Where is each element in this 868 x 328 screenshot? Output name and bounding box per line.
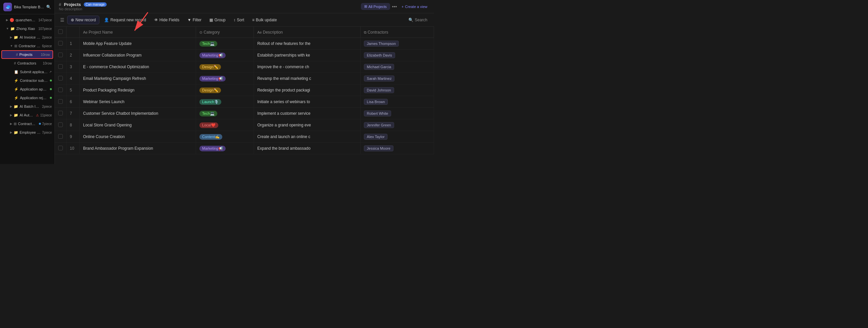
sidebar-item-label: Submit application …: [20, 70, 48, 74]
header-num-col: [66, 27, 80, 38]
category-badge: Launch🎙️: [199, 99, 221, 105]
sidebar-item-app-approval[interactable]: ⚡ Application approval…: [0, 85, 55, 93]
new-record-button[interactable]: ⊕ New record: [67, 16, 99, 24]
header-contractors: ⧉ Contractors: [360, 27, 434, 38]
row-description: Establish partnerships with ke: [254, 50, 361, 61]
search-button[interactable]: 🔍 Search: [406, 16, 430, 24]
row-checkbox[interactable]: [58, 87, 63, 92]
row-checkbox[interactable]: [58, 64, 63, 69]
category-badge: Design✏️: [199, 87, 221, 93]
table-row[interactable]: 8 Local Store Grand Opening Local❤️ Orga…: [55, 119, 434, 131]
create-view-button[interactable]: + Create a view: [399, 3, 430, 10]
sidebar-item-badge: 10row: [41, 53, 50, 57]
table-row[interactable]: 1 Mobile App Feature Update Tech💻 Rollou…: [55, 38, 434, 50]
row-checkbox-cell: [55, 73, 66, 84]
view-options-button[interactable]: •••: [392, 4, 397, 9]
row-checkbox[interactable]: [58, 146, 63, 151]
row-checkbox[interactable]: [58, 99, 63, 104]
category-badge: Marketing📢: [199, 53, 225, 58]
col-label: Project Name: [89, 30, 113, 35]
row-description: Rollout of new features for the: [254, 38, 361, 50]
table-row[interactable]: 4 Email Marketing Campaign Refresh Marke…: [55, 73, 434, 84]
new-record-label: New record: [75, 18, 96, 22]
page-title-row: # Projects Can manage: [59, 2, 358, 7]
sidebar-item-label: Application approval…: [20, 87, 49, 91]
automation-icon: ⚡: [14, 87, 19, 91]
sidebar-item-contractor-fre[interactable]: ▼ ⊞ Contractor / Fre… 6piece: [0, 42, 55, 50]
contractor-badge: Robert White: [364, 110, 391, 116]
expand-arrow-icon: ▶: [10, 122, 12, 126]
row-checkbox[interactable]: [58, 41, 63, 46]
table-row[interactable]: 7 Customer Service Chatbot Implementatio…: [55, 108, 434, 119]
hide-fields-label: Hide Fields: [159, 18, 180, 22]
sidebar-item-label: AI Batch Image …: [20, 105, 41, 108]
row-checkbox[interactable]: [58, 53, 63, 57]
row-contractor: Lisa Brown: [360, 96, 434, 108]
table-row[interactable]: 5 Product Packaging Redesign Design✏️ Re…: [55, 84, 434, 96]
row-project-name: Webinar Series Launch: [80, 96, 196, 108]
tab-label: All Projects: [369, 5, 387, 9]
sidebar-item-contractor-submits[interactable]: ⚡ Contractor submits a…: [0, 76, 55, 85]
automation-icon: ⚡: [14, 96, 19, 100]
table-row[interactable]: 10 Brand Ambassador Program Expansion Ma…: [55, 143, 434, 154]
table-row[interactable]: 3 E - commerce Checkout Optimization Des…: [55, 61, 434, 73]
sidebar-item-badge: 7piece: [42, 131, 52, 134]
row-num-cell: 8: [66, 119, 80, 131]
filter-label: Filter: [193, 18, 202, 22]
sidebar-toggle-icon[interactable]: ☰: [59, 16, 66, 24]
row-checkbox[interactable]: [58, 111, 63, 115]
sidebar-item-zhong-xiao[interactable]: ▼ 📁 Zhong Xiao 107piece: [0, 24, 55, 33]
table-row[interactable]: 9 Online Course Creation Content✍️ Creat…: [55, 131, 434, 143]
sidebar-item-badge: 147piece: [38, 18, 52, 22]
sidebar-item-quanzhenghe[interactable]: ▶ 🔴 quanzhenghe (… 147piece: [0, 16, 55, 24]
share-link-icon: ↗: [49, 70, 52, 74]
filter-icon: ▼: [187, 18, 191, 22]
filter-button[interactable]: ▼ Filter: [184, 16, 205, 24]
sidebar-search-icon[interactable]: 🔍: [46, 5, 51, 9]
row-description: Implement a customer service: [254, 108, 361, 119]
sidebar-item-label: Contractor / Fre…: [19, 44, 41, 48]
sidebar-item-contractor-dot[interactable]: ▶ ⊞ Contractor / … 7piece: [0, 119, 55, 128]
row-checkbox[interactable]: [58, 76, 63, 81]
sidebar-item-app-rejection[interactable]: ⚡ Application rejection …: [0, 93, 55, 102]
row-project-name: Customer Service Chatbot Implementation: [80, 108, 196, 119]
row-contractor: Elizabeth Davis: [360, 50, 434, 61]
row-num-cell: 5: [66, 84, 80, 96]
sort-button[interactable]: ↕ Sort: [230, 16, 248, 24]
plus-circle-icon: ⊕: [71, 18, 74, 22]
row-category: Design✏️: [196, 84, 254, 96]
header-checkbox-col: [55, 27, 66, 38]
sidebar-item-employee-train[interactable]: ▶ 📁 Employee trainin… 7piece: [0, 128, 55, 137]
share-icon: 📋: [14, 70, 19, 74]
hide-fields-button[interactable]: 👁 Hide Fields: [151, 16, 183, 24]
sidebar-item-projects[interactable]: # Projects 10row: [1, 50, 53, 59]
row-category: Marketing📢: [196, 143, 254, 154]
sidebar-item-ai-invoice[interactable]: ▶ 📁 AI Invoice Inform… 2piece: [0, 33, 55, 42]
sidebar-item-ai-automat[interactable]: ▶ 📁 AI Automat… ⚠ 11piece: [0, 111, 55, 119]
all-projects-tab[interactable]: ⊞ All Projects: [361, 3, 390, 10]
status-dot: [50, 88, 52, 90]
sort-label: Sort: [237, 18, 244, 22]
toolbar: ☰ ⊕ New record 👤 Request new record 👁 Hi…: [55, 13, 434, 27]
row-checkbox[interactable]: [58, 122, 63, 127]
sidebar-item-label: quanzhenghe (…: [16, 18, 37, 22]
grid-icon: ⊞: [14, 44, 17, 48]
category-badge: Tech💻: [199, 41, 217, 47]
sidebar-item-submit-app[interactable]: 📋 Submit application … ↗: [0, 67, 55, 76]
table-row[interactable]: 6 Webinar Series Launch Launch🎙️ Initiat…: [55, 96, 434, 108]
table-row[interactable]: 2 Influencer Collaboration Program Marke…: [55, 50, 434, 61]
expand-arrow-icon: ▶: [6, 18, 8, 22]
sidebar-item-contractors[interactable]: # Contractors 10row: [0, 59, 55, 67]
col-label: Category: [204, 30, 220, 35]
select-all-checkbox[interactable]: [58, 29, 63, 34]
row-checkbox[interactable]: [58, 134, 63, 139]
info-dot: [39, 123, 41, 125]
status-dot: [50, 80, 52, 82]
row-description: Initiate a series of webinars to: [254, 96, 361, 108]
group-button[interactable]: ▦ Group: [206, 16, 229, 24]
row-num-cell: 2: [66, 50, 80, 61]
row-checkbox-cell: [55, 38, 66, 50]
request-new-record-button[interactable]: 👤 Request new record: [101, 16, 149, 24]
sidebar-item-ai-batch[interactable]: ▶ 📁 AI Batch Image … 2piece: [0, 102, 55, 111]
bulk-update-button[interactable]: ≡ Bulk update: [249, 16, 280, 24]
